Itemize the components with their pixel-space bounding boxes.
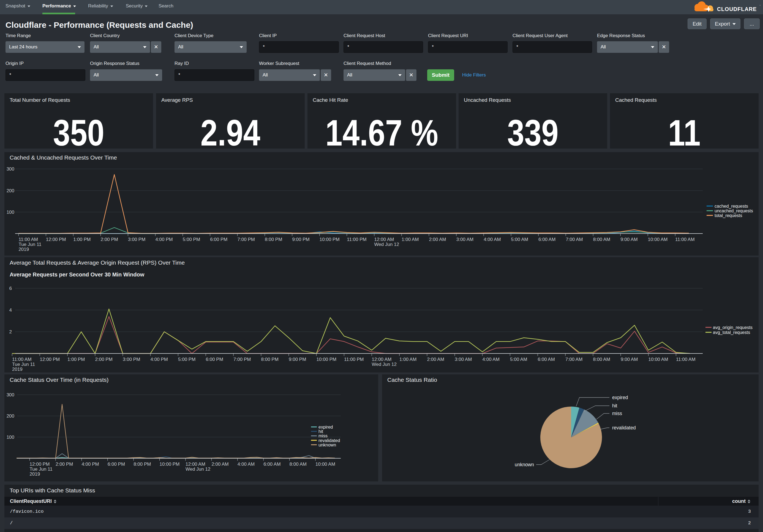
svg-text:11:00 PM: 11:00 PM (347, 237, 367, 242)
svg-text:6:00 AM: 6:00 AM (538, 237, 555, 242)
svg-text:8:00 PM: 8:00 PM (261, 357, 278, 362)
svg-text:4:00 PM: 4:00 PM (81, 462, 99, 467)
svg-text:avg_total_requests: avg_total_requests (713, 330, 750, 335)
svg-text:9:00 AM: 9:00 AM (620, 237, 637, 242)
svg-text:1:00 PM: 1:00 PM (67, 357, 85, 362)
svg-text:12:00 AM: 12:00 AM (185, 462, 205, 467)
svg-text:10:00 PM: 10:00 PM (160, 462, 180, 467)
svg-text:2019: 2019 (18, 247, 29, 252)
svg-text:1:00 AM: 1:00 AM (399, 357, 416, 362)
svg-text:1:00 PM: 1:00 PM (73, 237, 91, 242)
svg-text:2:00 PM: 2:00 PM (55, 462, 73, 467)
svg-text:11:00 AM: 11:00 AM (12, 357, 32, 362)
svg-text:3:00 AM: 3:00 AM (455, 357, 472, 362)
svg-text:6:00 PM: 6:00 PM (108, 462, 125, 467)
svg-text:7:00 AM: 7:00 AM (565, 357, 583, 362)
svg-text:6:00 AM: 6:00 AM (264, 462, 280, 467)
svg-text:5:00 AM: 5:00 AM (511, 237, 528, 242)
svg-text:CLOUDFLARE: CLOUDFLARE (717, 6, 757, 12)
svg-text:10:00 AM: 10:00 AM (315, 462, 335, 467)
svg-text:2019: 2019 (30, 472, 40, 477)
svg-text:uncached_requests: uncached_requests (714, 209, 753, 214)
svg-text:10:00 PM: 10:00 PM (320, 237, 340, 242)
svg-text:hit: hit (318, 429, 323, 434)
svg-text:100: 100 (7, 435, 14, 440)
svg-text:cached_requests: cached_requests (714, 204, 748, 209)
svg-text:’: ’ (760, 4, 760, 8)
svg-text:2:00 AM: 2:00 AM (429, 237, 446, 242)
svg-text:8:00 AM: 8:00 AM (289, 462, 307, 467)
svg-text:1:00 AM: 1:00 AM (401, 237, 419, 242)
svg-text:300: 300 (7, 392, 14, 398)
svg-text:6: 6 (9, 286, 12, 291)
svg-text:7:00 PM: 7:00 PM (238, 237, 255, 242)
svg-text:4: 4 (9, 308, 12, 313)
svg-text:6:00 AM: 6:00 AM (538, 357, 555, 362)
svg-text:12:00 PM: 12:00 PM (46, 237, 66, 242)
svg-text:avg_origin_requests: avg_origin_requests (713, 325, 753, 330)
svg-text:5:00 PM: 5:00 PM (178, 357, 195, 362)
svg-text:Wed Jun 12: Wed Jun 12 (374, 242, 399, 247)
svg-text:unknown: unknown (515, 462, 534, 467)
svg-text:8:00 PM: 8:00 PM (265, 237, 282, 242)
svg-text:200: 200 (7, 413, 14, 419)
svg-text:300: 300 (7, 166, 14, 172)
svg-text:4:00 AM: 4:00 AM (484, 237, 501, 242)
svg-text:miss: miss (318, 433, 328, 438)
svg-text:expired: expired (318, 425, 333, 429)
svg-text:Wed Jun 12: Wed Jun 12 (372, 362, 397, 367)
svg-text:revalidated: revalidated (318, 438, 340, 443)
svg-text:12:00 PM: 12:00 PM (30, 462, 50, 467)
svg-text:revalidated: revalidated (612, 425, 636, 430)
svg-text:Tue Jun 11: Tue Jun 11 (18, 242, 41, 247)
svg-text:12:00 PM: 12:00 PM (40, 357, 60, 362)
svg-text:4:00 AM: 4:00 AM (238, 462, 255, 467)
svg-text:9:00 AM: 9:00 AM (621, 357, 638, 362)
svg-text:9:00 PM: 9:00 PM (289, 357, 306, 362)
svg-text:total_requests: total_requests (714, 213, 742, 218)
svg-text:4:00 PM: 4:00 PM (151, 357, 168, 362)
svg-text:6:00 PM: 6:00 PM (206, 357, 223, 362)
svg-text:12:00 AM: 12:00 AM (374, 237, 394, 242)
svg-text:2:00 PM: 2:00 PM (95, 357, 113, 362)
svg-text:Wed Jun 12: Wed Jun 12 (185, 467, 210, 472)
svg-text:miss: miss (612, 411, 622, 416)
svg-text:8:00 AM: 8:00 AM (593, 357, 610, 362)
svg-text:2: 2 (9, 329, 12, 334)
svg-text:2:00 PM: 2:00 PM (101, 237, 118, 242)
svg-text:unknown: unknown (318, 443, 336, 447)
svg-text:3:00 PM: 3:00 PM (123, 357, 140, 362)
svg-text:3:00 AM: 3:00 AM (456, 237, 474, 242)
svg-text:10:00 AM: 10:00 AM (648, 237, 668, 242)
svg-text:11:00 AM: 11:00 AM (18, 237, 38, 242)
svg-text:Tue Jun 11: Tue Jun 11 (30, 467, 53, 472)
svg-text:8:00 AM: 8:00 AM (593, 237, 610, 242)
svg-text:4:00 PM: 4:00 PM (155, 237, 172, 242)
svg-text:11:00 AM: 11:00 AM (675, 237, 695, 242)
svg-text:200: 200 (7, 188, 14, 193)
svg-text:4:00 AM: 4:00 AM (483, 357, 499, 362)
svg-text:11:00 AM: 11:00 AM (676, 357, 696, 362)
svg-text:6:00 PM: 6:00 PM (210, 237, 227, 242)
svg-text:Tue Jun 11: Tue Jun 11 (12, 362, 35, 367)
svg-text:3:00 PM: 3:00 PM (128, 237, 145, 242)
svg-text:5:00 AM: 5:00 AM (510, 357, 527, 362)
svg-text:5:00 PM: 5:00 PM (183, 237, 200, 242)
svg-text:2019: 2019 (12, 367, 23, 372)
svg-text:11:00 PM: 11:00 PM (344, 357, 364, 362)
svg-text:8:00 PM: 8:00 PM (134, 462, 151, 467)
svg-text:7:00 PM: 7:00 PM (233, 357, 251, 362)
svg-text:2:00 AM: 2:00 AM (211, 462, 228, 467)
svg-text:10:00 AM: 10:00 AM (648, 357, 668, 362)
svg-text:7:00 AM: 7:00 AM (566, 237, 583, 242)
svg-text:expired: expired (612, 395, 628, 400)
svg-text:100: 100 (7, 210, 14, 215)
svg-text:10:00 PM: 10:00 PM (317, 357, 337, 362)
svg-text:2:00 AM: 2:00 AM (427, 357, 444, 362)
svg-text:12:00 AM: 12:00 AM (372, 357, 392, 362)
svg-text:hit: hit (612, 403, 617, 408)
svg-text:9:00 PM: 9:00 PM (292, 237, 309, 242)
